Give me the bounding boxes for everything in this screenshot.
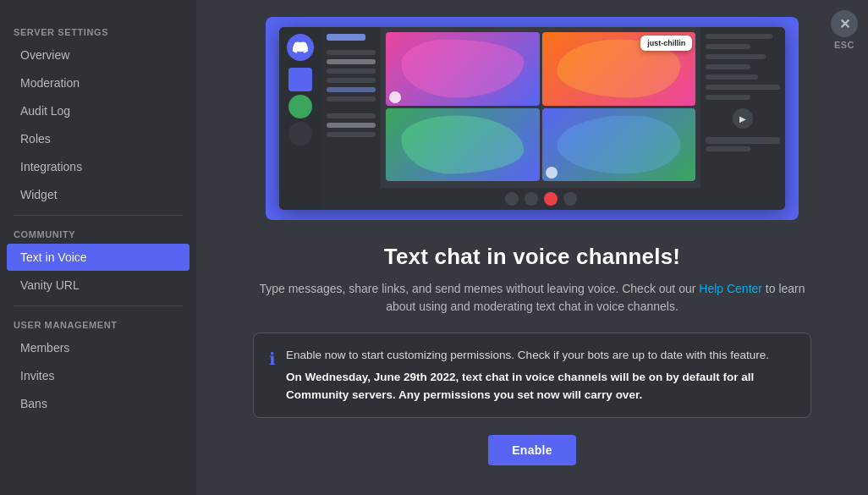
esc-button[interactable]: ✕ ESC bbox=[831, 10, 858, 50]
hero-discord-mock: just-chillin ▶ bbox=[279, 27, 786, 210]
info-icon: ℹ bbox=[269, 349, 276, 404]
hero-mock-main: just-chillin bbox=[381, 27, 701, 210]
video-cell-4 bbox=[542, 108, 696, 182]
ctrl-btn-2 bbox=[525, 192, 538, 206]
help-center-link[interactable]: Help Center bbox=[699, 282, 762, 295]
sidebar-item-overview[interactable]: Overview bbox=[7, 41, 190, 69]
content-wrapper: just-chillin ▶ bbox=[253, 17, 811, 465]
main-content: ✕ ESC bbox=[196, 0, 868, 495]
community-section: COMMUNITY bbox=[0, 223, 196, 243]
close-icon[interactable]: ✕ bbox=[831, 10, 858, 37]
sidebar-item-text-in-voice[interactable]: Text in Voice bbox=[7, 244, 190, 271]
page-title: Text chat in voice channels! bbox=[384, 244, 680, 270]
server-settings-section: SERVER SETTINGS bbox=[0, 20, 196, 41]
sidebar-item-integrations[interactable]: Integrations bbox=[7, 153, 190, 180]
play-icon: ▶ bbox=[733, 108, 753, 129]
hero-discord-icon bbox=[287, 34, 314, 61]
info-text: Enable now to start customizing permissi… bbox=[286, 347, 795, 404]
sidebar-item-invites[interactable]: Invites bbox=[7, 362, 190, 389]
esc-label: ESC bbox=[834, 40, 854, 50]
sidebar-item-roles[interactable]: Roles bbox=[7, 125, 190, 152]
sidebar-item-audit-log[interactable]: Audit Log bbox=[7, 97, 190, 124]
hero-mock-sidebar bbox=[279, 27, 321, 210]
sidebar-divider-1 bbox=[14, 215, 183, 216]
sidebar: SERVER SETTINGS Overview Moderation Audi… bbox=[0, 0, 196, 495]
sidebar-item-widget[interactable]: Widget bbox=[7, 181, 190, 208]
hero-illustration: just-chillin ▶ bbox=[266, 17, 799, 220]
ctrl-btn-1 bbox=[505, 192, 519, 206]
sidebar-item-members[interactable]: Members bbox=[7, 334, 190, 361]
video-cell-3 bbox=[386, 108, 540, 182]
enable-button[interactable]: Enable bbox=[488, 435, 576, 465]
sidebar-item-moderation[interactable]: Moderation bbox=[7, 69, 190, 96]
ctrl-btn-hangup bbox=[544, 192, 558, 206]
sidebar-item-vanity-url[interactable]: Vanity URL bbox=[7, 272, 190, 299]
ctrl-btn-3 bbox=[563, 192, 577, 206]
sidebar-divider-2 bbox=[14, 305, 183, 306]
hero-mock-right: ▶ bbox=[700, 27, 785, 210]
page-subtitle: Type messages, share links, and send mem… bbox=[253, 280, 811, 316]
video-cell-1 bbox=[386, 32, 540, 106]
hero-video-grid bbox=[381, 27, 701, 186]
hero-tooltip: just-chillin bbox=[640, 36, 692, 51]
hero-mock-channels bbox=[321, 27, 381, 210]
user-management-section: USER MANAGEMENT bbox=[0, 313, 196, 333]
sidebar-item-bans[interactable]: Bans bbox=[7, 390, 190, 417]
info-box: ℹ Enable now to start customizing permis… bbox=[253, 333, 811, 418]
